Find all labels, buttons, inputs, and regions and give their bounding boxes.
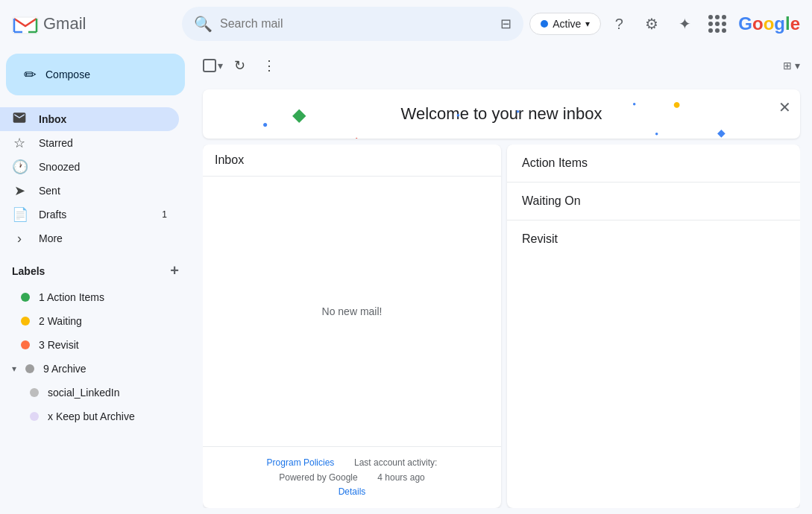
deco-sm-blue3: ●: [632, 101, 636, 107]
status-label: Active: [553, 18, 581, 30]
main-layout: ✏ Compose Inbox ☆ Starred 🕐 Snoozed ➤ Se…: [0, 48, 812, 514]
label-item-waiting[interactable]: 2 Waiting: [0, 309, 179, 333]
footer-powered: Powered by Google 4 hours ago: [215, 471, 489, 485]
add-label-button[interactable]: +: [170, 262, 179, 279]
social-linkedin-label: social_LinkedIn: [48, 387, 120, 399]
no-mail-text: No new mail!: [322, 305, 383, 317]
more-options-button[interactable]: ⋮: [256, 52, 283, 79]
labels-section-header: Labels +: [0, 250, 191, 285]
density-button[interactable]: ⊞ ▾: [783, 60, 800, 72]
welcome-banner: ◆ ● ◆ ● ◆ ● ● ● ● Welcome to your new in…: [203, 89, 800, 139]
gemini-button[interactable]: ✦: [670, 9, 699, 39]
sidebar-item-sent[interactable]: ➤ Sent: [0, 179, 179, 203]
select-chevron-icon[interactable]: ▾: [218, 60, 223, 72]
compose-label: Compose: [45, 69, 90, 80]
waiting-on-title: Waiting On: [522, 194, 785, 208]
status-dot: [541, 20, 548, 28]
more-icon: ›: [12, 231, 27, 247]
sidebar-item-snoozed[interactable]: 🕐 Snoozed: [0, 155, 179, 179]
waiting-label: 2 Waiting: [39, 315, 82, 327]
archive-label: 9 Archive: [43, 363, 86, 375]
deco-yellow: ●: [673, 97, 681, 112]
snoozed-icon: 🕐: [12, 159, 27, 175]
google-apps-icon: [708, 15, 726, 33]
deco-blue-dot: ●: [262, 119, 268, 130]
archive-dot: [25, 364, 34, 373]
sent-icon: ➤: [12, 183, 27, 199]
gmail-logo: Gmail: [12, 10, 176, 37]
waiting-on-section: Waiting On: [507, 183, 800, 220]
chevron-down-icon: ▾: [585, 19, 590, 29]
waiting-dot: [21, 317, 30, 326]
inbox-panel-title: Inbox: [215, 153, 244, 166]
footer-activity: Last account activity:: [354, 457, 437, 468]
search-input[interactable]: [220, 17, 493, 31]
program-policies-link[interactable]: Program Policies: [267, 457, 335, 468]
sidebar-item-inbox[interactable]: Inbox: [0, 107, 179, 131]
sidebar: ✏ Compose Inbox ☆ Starred 🕐 Snoozed ➤ Se…: [0, 48, 191, 514]
status-button[interactable]: Active ▾: [529, 13, 601, 35]
no-mail-message: No new mail!: [203, 177, 501, 446]
sidebar-item-more[interactable]: › More: [0, 226, 179, 250]
labels-title: Labels: [12, 265, 45, 277]
deco-green: ◆: [292, 104, 306, 125]
archive-collapse-icon: ▾: [12, 364, 16, 374]
label-item-social-linkedin[interactable]: social_LinkedIn: [0, 381, 179, 404]
powered-by-text: Powered by Google: [279, 472, 357, 483]
banner-close-button[interactable]: ✕: [778, 98, 791, 116]
revisit-title: Revisit: [522, 232, 785, 246]
social-linkedin-dot: [30, 388, 39, 397]
search-options-icon[interactable]: ⊟: [500, 16, 512, 32]
star-icon: ☆: [12, 135, 27, 151]
select-all-checkbox[interactable]: [203, 59, 216, 72]
refresh-button[interactable]: ↻: [226, 52, 253, 79]
deco-red: ◆: [352, 134, 361, 139]
action-items-dot: [21, 293, 30, 302]
sidebar-item-drafts[interactable]: 📄 Drafts 1: [0, 203, 179, 226]
label-item-archive[interactable]: ▾ 9 Archive: [0, 357, 179, 381]
revisit-dot: [21, 340, 30, 349]
select-all-area: ▾: [203, 59, 223, 72]
details-link[interactable]: Details: [339, 486, 366, 497]
drafts-badge: 1: [162, 209, 167, 220]
revisit-section: Revisit: [507, 220, 800, 258]
inbox-panel-footer: Program Policies Last account activity: …: [203, 446, 501, 508]
snoozed-label: Snoozed: [39, 161, 80, 173]
topbar-right: Active ▾ ? ⚙ ✦ Google: [529, 9, 800, 39]
density-icon: ⊞: [783, 60, 792, 72]
content-area: ▾ ↻ ⋮ ⊞ ▾ ◆ ● ◆ ● ◆ ● ● ● ● Welcome: [191, 48, 812, 514]
apps-button[interactable]: [702, 9, 732, 39]
sidebar-item-starred[interactable]: ☆ Starred: [0, 131, 179, 155]
google-g: G: [738, 13, 752, 34]
topbar: Gmail 🔍 ⊟ Active ▾ ? ⚙ ✦ Google: [0, 0, 812, 48]
label-item-keep-archive[interactable]: x Keep but Archive: [0, 404, 179, 428]
action-items-section: Action Items: [507, 145, 800, 183]
more-label: More: [39, 232, 63, 244]
label-item-action-items[interactable]: 1 Action Items: [0, 285, 179, 309]
footer-time: 4 hours ago: [377, 472, 424, 483]
deco-blue2: ◆: [717, 127, 726, 139]
welcome-text: Welcome to your new inbox: [401, 104, 602, 124]
drafts-icon: 📄: [12, 206, 27, 223]
search-bar[interactable]: 🔍 ⊟: [182, 7, 523, 41]
inbox-icon: [12, 110, 27, 129]
help-button[interactable]: ?: [604, 9, 634, 39]
label-item-revisit[interactable]: 3 Revisit: [0, 333, 179, 357]
toolbar: ▾ ↻ ⋮ ⊞ ▾: [191, 48, 812, 83]
density-chevron-icon: ▾: [795, 60, 800, 72]
gmail-logo-text: Gmail: [43, 14, 86, 34]
starred-label: Starred: [39, 137, 73, 149]
footer-details: Details: [215, 485, 489, 499]
footer-links: Program Policies Last account activity:: [215, 456, 489, 470]
google-logo: Google: [738, 13, 800, 34]
settings-button[interactable]: ⚙: [637, 9, 667, 39]
keep-archive-dot: [30, 412, 39, 421]
compose-button[interactable]: ✏ Compose: [6, 54, 185, 95]
revisit-label: 3 Revisit: [39, 339, 79, 351]
split-view: Inbox No new mail! Program Policies Last…: [203, 145, 800, 508]
inbox-label: Inbox: [39, 113, 66, 125]
deco-sm-blue4: ●: [655, 130, 658, 137]
compose-pen-icon: ✏: [24, 66, 37, 83]
action-items-title: Action Items: [522, 156, 785, 170]
action-panels: Action Items Waiting On Revisit: [507, 145, 800, 508]
